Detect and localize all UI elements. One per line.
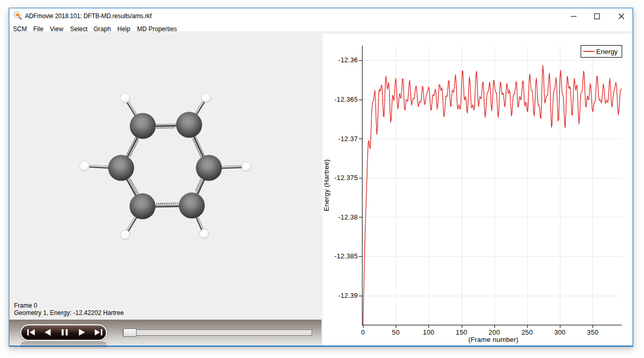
svg-text:-12.375: -12.375 <box>334 174 358 182</box>
svg-text:50: 50 <box>392 328 400 336</box>
svg-text:300: 300 <box>554 328 566 336</box>
svg-text:250: 250 <box>521 328 533 336</box>
svg-text:-12.38: -12.38 <box>338 213 358 221</box>
svg-text:-12.385: -12.385 <box>334 252 358 260</box>
svg-text:200: 200 <box>489 328 500 336</box>
svg-text:350: 350 <box>587 328 598 336</box>
svg-text:-12.37: -12.37 <box>338 135 358 143</box>
svg-text:(Frame number): (Frame number) <box>468 336 519 343</box>
svg-text:Energy: Energy <box>596 48 618 56</box>
svg-text:-12.39: -12.39 <box>338 292 358 299</box>
svg-text:0: 0 <box>361 328 365 336</box>
svg-text:-12.365: -12.365 <box>334 95 358 103</box>
svg-text:150: 150 <box>456 328 467 336</box>
svg-text:-12.36: -12.36 <box>338 56 358 64</box>
svg-text:100: 100 <box>423 328 434 336</box>
svg-text:Energy (Hartree): Energy (Hartree) <box>323 159 330 211</box>
